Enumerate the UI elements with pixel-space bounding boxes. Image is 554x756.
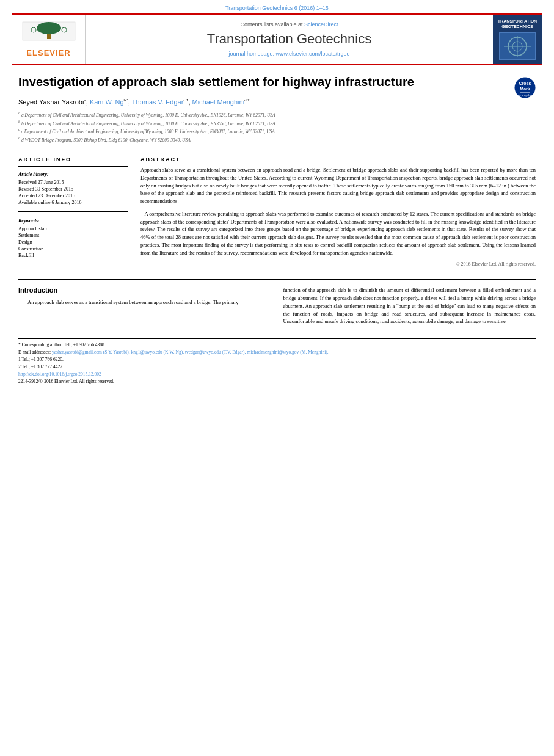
history-received: Received 27 June 2015 — [18, 180, 128, 185]
author-yasrobi: Seyed Yashar Yasrobia, — [18, 98, 90, 106]
article-info-column: ARTICLE INFO Article history: Received 2… — [18, 156, 128, 267]
journal-title-display: Transportation Geotechnics — [207, 31, 371, 47]
main-content: Investigation of approach slab settlemen… — [0, 65, 554, 395]
corresponding-note: * Corresponding author. Tel.; +1 307 766… — [18, 342, 536, 347]
affil-b: b b Department of Civil and Architectura… — [18, 119, 536, 128]
thumb-title: TransportationGeotechnics — [498, 18, 537, 29]
crossmark-badge[interactable]: Cross Mark check updates — [514, 77, 536, 98]
journal-center: Contents lists available at ScienceDirec… — [86, 15, 493, 64]
svg-point-1 — [37, 22, 61, 34]
intro-columns: Introduction An approach slab serves as … — [18, 286, 536, 329]
kw-4: Construction — [18, 246, 128, 252]
kw-2: Settlement — [18, 233, 128, 238]
kw-5: Backfill — [18, 253, 128, 258]
email-label: E-mail addresses: — [18, 349, 51, 355]
svg-text:Mark: Mark — [520, 87, 530, 91]
svg-text:check updates: check updates — [515, 93, 535, 97]
author-menghini[interactable]: Michael Menghini — [192, 98, 245, 106]
copyright-line: © 2016 Elsevier Ltd. All rights reserved… — [140, 261, 536, 267]
journal-homepage: journal homepage: www.elsevier.com/locat… — [228, 51, 349, 57]
note2: 2 Tel.; +1 307 777 4427. — [18, 364, 536, 369]
sciencedirect-line: Contents lists available at ScienceDirec… — [240, 21, 338, 27]
footer-notes: * Corresponding author. Tel.; +1 307 766… — [18, 338, 536, 384]
article-info-abstract: ARTICLE INFO Article history: Received 2… — [18, 156, 536, 267]
title-row: Investigation of approach slab settlemen… — [18, 74, 536, 98]
and-word: and — [180, 250, 187, 256]
author-ng[interactable]: Kam W. Ng — [90, 98, 124, 106]
page: Transportation Geotechnics 6 (2016) 1–15… — [0, 0, 554, 756]
introduction-section: Introduction An approach slab serves as … — [18, 279, 536, 384]
intro-heading: Introduction — [18, 286, 271, 294]
abstract-column: ABSTRACT Approach slabs serve as a trans… — [140, 156, 536, 267]
intro-text-1: An approach slab serves as a transitiona… — [18, 299, 271, 307]
issn-line: 2214-3912/© 2016 Elsevier Ltd. All right… — [18, 379, 536, 384]
author-edgar[interactable]: Thomas V. Edgar — [132, 98, 184, 106]
intro-col-2: function of the approach slab is to dimi… — [283, 286, 536, 329]
keywords-label: Keywords: — [18, 218, 128, 224]
svg-rect-2 — [47, 34, 51, 39]
affiliations: a a Department of Civil and Architectura… — [18, 111, 536, 150]
divider2 — [18, 211, 128, 212]
affil-a: a a Department of Civil and Architectura… — [18, 111, 536, 119]
email-addresses[interactable]: yashar.yasrobi@gmail.com (S.Y. Yasrobi),… — [52, 349, 329, 355]
authors: Seyed Yashar Yasrobia, Kam W. Ngb,*, Tho… — [18, 98, 536, 106]
elsevier-name: ELSEVIER — [26, 48, 70, 57]
article-title: Investigation of approach slab settlemen… — [18, 74, 414, 90]
email-note: E-mail addresses: yashar.yasrobi@gmail.c… — [18, 349, 536, 355]
top-citation: Transportation Geotechnics 6 (2016) 1–15 — [0, 0, 554, 13]
homepage-url[interactable]: www.elsevier.com/locate/trgeo — [276, 51, 350, 57]
affil-d: d d WYDOT Bridge Program, 5300 Bishop Bl… — [18, 136, 536, 144]
homepage-label: journal homepage: — [228, 51, 274, 57]
contents-label: Contents lists available at — [240, 21, 302, 27]
kw-1: Approach slab — [18, 226, 128, 231]
divider — [18, 166, 128, 167]
intro-text-2: function of the approach slab is to dimi… — [283, 286, 536, 325]
intro-col-1: Introduction An approach slab serves as … — [18, 286, 271, 329]
journal-thumbnail: TransportationGeotechnics — [493, 15, 542, 64]
elsevier-logo: ELSEVIER — [12, 15, 86, 64]
abstract-label: ABSTRACT — [140, 156, 536, 162]
doi-link: http://dx.doi.org/10.1016/j.trgeo.2015.1… — [18, 371, 536, 377]
svg-text:Cross: Cross — [519, 81, 531, 85]
doi-url[interactable]: http://dx.doi.org/10.1016/j.trgeo.2015.1… — [18, 371, 101, 377]
thumb-graphic — [499, 32, 536, 60]
kw-3: Design — [18, 239, 128, 245]
sciencedirect-link[interactable]: ScienceDirect — [304, 21, 338, 27]
article-info-label: ARTICLE INFO — [18, 156, 128, 162]
citation-text: Transportation Geotechnics 6 (2016) 1–15 — [225, 5, 329, 11]
abstract-para-1: Approach slabs serve as a transitional s… — [140, 166, 536, 205]
history-accepted: Accepted 23 December 2015 — [18, 193, 128, 198]
abstract-para-2: A comprehensive literature review pertai… — [140, 210, 536, 257]
history-label: Article history: — [18, 172, 128, 177]
history-revised: Revised 30 September 2015 — [18, 186, 128, 192]
history-online: Available online 6 January 2016 — [18, 200, 128, 205]
note1: 1 Tel.; +1 307 766 6220. — [18, 357, 536, 362]
elsevier-logo-svg — [21, 21, 76, 48]
affil-c: c c Department of Civil and Architectura… — [18, 127, 536, 136]
journal-header: ELSEVIER Contents lists available at Sci… — [12, 13, 542, 65]
